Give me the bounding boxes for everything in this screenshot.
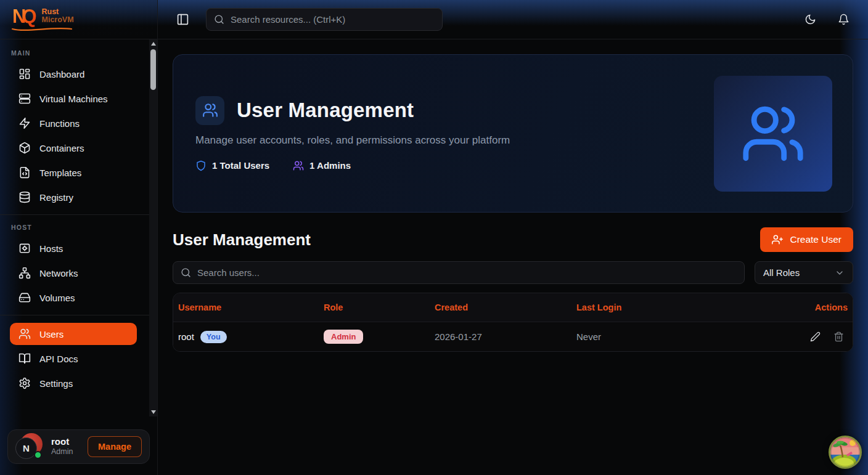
online-status-dot (34, 451, 42, 459)
global-search-input[interactable] (231, 14, 435, 25)
section-header: User Management Create User (173, 227, 853, 252)
total-users-label: 1 Total Users (212, 160, 269, 171)
sidebar-item-templates[interactable]: Templates (10, 161, 139, 184)
logo-mark: NQ (12, 6, 37, 27)
bell-icon (838, 14, 850, 25)
admins-stat: 1 Admins (293, 160, 351, 171)
panel-left-icon (176, 13, 189, 26)
sidebar-item-label: Settings (39, 378, 73, 389)
island-icon (830, 437, 860, 467)
admin-role-badge: Admin (324, 330, 363, 344)
search-icon (181, 267, 191, 278)
table-row: root You Admin 2026-01-27 Never (173, 322, 853, 351)
logo[interactable]: NQ Rust MicroVM (0, 0, 157, 39)
users-table: Username Role Created Last Login Actions… (173, 293, 853, 352)
zap-icon (18, 117, 31, 129)
page-title: User Management (173, 230, 311, 250)
file-code-icon (18, 166, 31, 179)
create-user-label: Create User (790, 234, 841, 245)
username-value: root (178, 331, 194, 342)
users-icon (740, 101, 806, 166)
beach-widget-button[interactable] (829, 436, 862, 469)
hero-left: User Management Manage user accounts, ro… (195, 96, 510, 171)
hard-drive-icon (18, 291, 31, 304)
main-content: User Management Manage user accounts, ro… (158, 39, 868, 475)
role-filter-select[interactable]: All Roles (755, 261, 853, 284)
actions-cell (779, 330, 848, 343)
column-header-role: Role (324, 302, 435, 312)
sidebar-item-label: Registry (39, 192, 73, 203)
admins-label: 1 Admins (309, 160, 351, 171)
manage-button[interactable]: Manage (88, 436, 142, 457)
sidebar: NQ Rust MicroVM MAIN Dashboard Virtual M… (0, 0, 158, 475)
chevron-down-icon (835, 268, 845, 278)
hero-subtitle: Manage user accounts, roles, and permiss… (195, 134, 510, 147)
logo-swoosh (11, 26, 73, 32)
trash-icon (833, 331, 844, 342)
notifications-button[interactable] (833, 10, 853, 30)
sidebar-item-api-docs[interactable]: API Docs (10, 347, 139, 370)
last-login-cell: Never (576, 331, 779, 342)
gear-icon (18, 377, 31, 389)
sidebar-item-label: Volumes (39, 293, 75, 303)
sidebar-item-label: Containers (39, 143, 84, 153)
sidebar-toggle-button[interactable] (173, 10, 192, 30)
cube-icon (18, 142, 31, 154)
database-icon (18, 191, 31, 203)
user-plus-icon (772, 234, 783, 245)
users-search[interactable] (173, 261, 745, 284)
you-badge: You (200, 331, 227, 343)
shield-icon (195, 160, 207, 171)
sidebar-item-volumes[interactable]: Volumes (10, 286, 139, 309)
hero-title: User Management (237, 99, 414, 122)
global-search[interactable] (206, 8, 443, 31)
theme-toggle-button[interactable] (800, 10, 820, 30)
username-cell: root You (178, 331, 324, 343)
users-icon (293, 160, 304, 171)
users-search-input[interactable] (197, 267, 737, 278)
sidebar-item-containers[interactable]: Containers (10, 137, 139, 159)
user-meta: root Admin (51, 436, 80, 457)
filter-row: All Roles (173, 261, 853, 284)
nav-section-label-main: MAIN (0, 42, 149, 62)
scrollbar-up-arrow[interactable] (149, 39, 157, 48)
sidebar-item-label: Virtual Machines (39, 94, 108, 104)
scrollbar-down-arrow[interactable] (149, 408, 157, 416)
sidebar-item-label: Networks (39, 268, 78, 278)
sidebar-item-settings[interactable]: Settings (10, 372, 139, 394)
column-header-created: Created (435, 302, 576, 312)
search-icon (214, 14, 224, 25)
brand-text: Rust MicroVM (42, 6, 74, 24)
sidebar-item-registry[interactable]: Registry (10, 186, 139, 208)
dashboard-icon (18, 68, 31, 80)
sidebar-item-networks[interactable]: Networks (10, 262, 139, 284)
server-icon (18, 92, 31, 105)
sidebar-item-dashboard[interactable]: Dashboard (10, 63, 139, 85)
users-icon (18, 328, 31, 340)
sidebar-item-label: Templates (39, 168, 81, 178)
column-header-last-login: Last Login (576, 302, 779, 312)
created-cell: 2026-01-27 (435, 331, 576, 342)
table-header-row: Username Role Created Last Login Actions (173, 293, 853, 322)
nav-divider (0, 214, 149, 215)
sidebar-scrollbar[interactable] (149, 39, 157, 416)
sidebar-item-users[interactable]: Users (10, 323, 137, 345)
sidebar-item-label: Users (39, 329, 63, 339)
delete-user-button[interactable] (832, 330, 845, 343)
hero-users-icon-tile (195, 96, 224, 125)
sidebar-item-label: Functions (39, 118, 80, 129)
sidebar-item-functions[interactable]: Functions (10, 112, 139, 134)
brand-line2: MicroVM (42, 16, 74, 24)
user-role: Admin (51, 447, 80, 457)
sidebar-item-label: Dashboard (39, 69, 84, 79)
scrollbar-thumb[interactable] (150, 49, 156, 90)
host-icon (18, 242, 31, 254)
create-user-button[interactable]: Create User (760, 227, 853, 252)
role-cell: Admin (324, 330, 435, 344)
sidebar-user-card: N root Admin Manage (7, 429, 150, 464)
topbar (158, 0, 868, 39)
moon-icon (805, 14, 816, 25)
sidebar-item-hosts[interactable]: Hosts (10, 237, 139, 259)
sidebar-item-virtual-machines[interactable]: Virtual Machines (10, 87, 139, 110)
edit-user-button[interactable] (809, 330, 822, 343)
